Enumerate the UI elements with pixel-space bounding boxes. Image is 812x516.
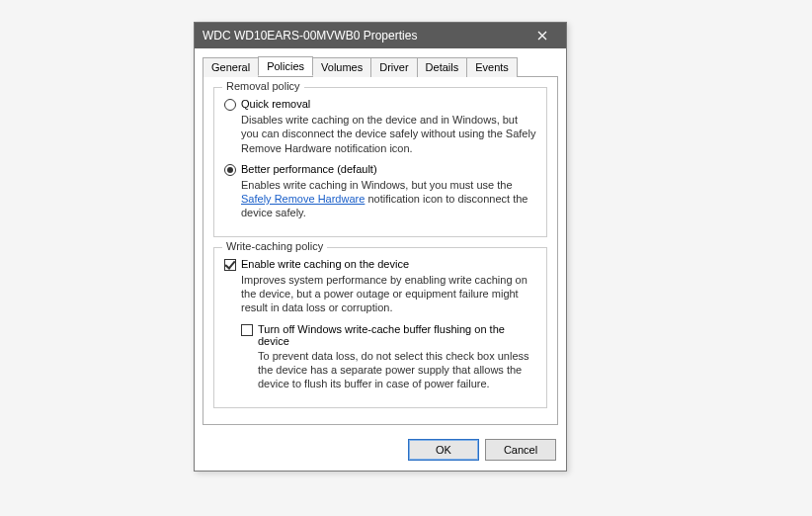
window-title: WDC WD10EARS-00MVWB0 Properties <box>203 29 525 43</box>
removal-policy-group: Removal policy Quick removal Disables wr… <box>213 87 547 237</box>
properties-dialog: WDC WD10EARS-00MVWB0 Properties General … <box>194 22 567 472</box>
turn-off-flush-checkbox[interactable] <box>241 324 253 336</box>
tab-events[interactable]: Events <box>466 57 518 77</box>
better-performance-row: Better performance (default) <box>224 163 536 176</box>
enable-write-caching-row: Enable write caching on the device <box>224 258 536 271</box>
quick-removal-desc: Disables write caching on the device and… <box>241 113 536 155</box>
turn-off-flush-desc: To prevent data loss, do not select this… <box>258 349 536 391</box>
better-performance-radio[interactable] <box>224 164 236 176</box>
titlebar: WDC WD10EARS-00MVWB0 Properties <box>195 23 566 48</box>
close-icon <box>537 31 547 41</box>
tab-policies[interactable]: Policies <box>258 56 313 76</box>
removal-policy-title: Removal policy <box>222 80 304 92</box>
quick-removal-label[interactable]: Quick removal <box>241 98 310 110</box>
write-caching-title: Write-caching policy <box>222 240 327 252</box>
better-desc-before: Enables write caching in Windows, but yo… <box>241 179 513 191</box>
quick-removal-row: Quick removal <box>224 98 536 111</box>
policies-panel: Removal policy Quick removal Disables wr… <box>203 77 558 425</box>
safely-remove-hardware-link[interactable]: Safely Remove Hardware <box>241 193 365 205</box>
turn-off-flush-label[interactable]: Turn off Windows write-cache buffer flus… <box>258 323 536 347</box>
dialog-buttons: OK Cancel <box>195 433 566 471</box>
enable-write-caching-checkbox[interactable] <box>224 259 236 271</box>
tab-volumes[interactable]: Volumes <box>312 57 371 77</box>
write-caching-group: Write-caching policy Enable write cachin… <box>213 247 547 408</box>
better-performance-desc: Enables write caching in Windows, but yo… <box>241 178 536 220</box>
ok-button[interactable]: OK <box>408 439 479 461</box>
cancel-button[interactable]: Cancel <box>485 439 556 461</box>
tab-general[interactable]: General <box>203 57 259 77</box>
tab-details[interactable]: Details <box>417 57 468 77</box>
turn-off-flush-row: Turn off Windows write-cache buffer flus… <box>241 323 536 347</box>
enable-write-caching-desc: Improves system performance by enabling … <box>241 273 536 315</box>
enable-write-caching-label[interactable]: Enable write caching on the device <box>241 258 409 270</box>
turn-off-flush-section: Turn off Windows write-cache buffer flus… <box>241 323 536 391</box>
tab-strip: General Policies Volumes Driver Details … <box>203 56 558 77</box>
close-button[interactable] <box>525 23 560 48</box>
quick-removal-radio[interactable] <box>224 99 236 111</box>
better-performance-label[interactable]: Better performance (default) <box>241 163 377 175</box>
tab-driver[interactable]: Driver <box>370 57 417 77</box>
